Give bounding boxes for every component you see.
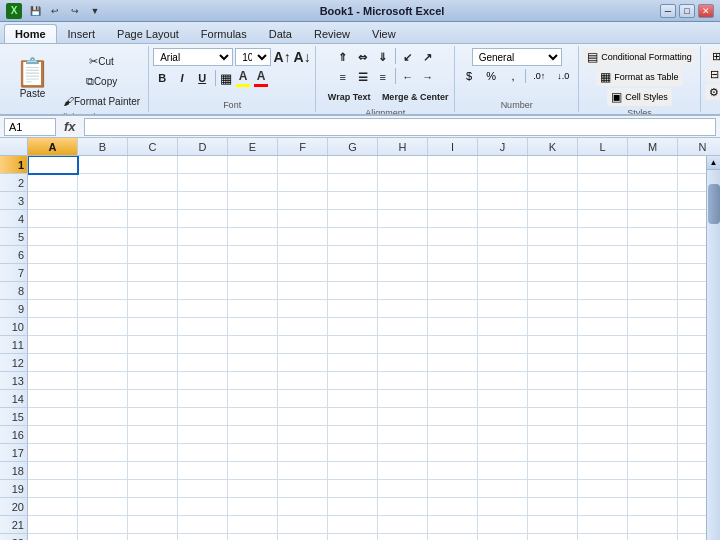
conditional-formatting-btn[interactable]: ▤ Conditional Formatting bbox=[583, 48, 696, 66]
font-grow-btn[interactable]: A↑ bbox=[273, 48, 291, 66]
wrap-text-btn[interactable]: Wrap Text bbox=[320, 88, 378, 106]
row-num-4[interactable]: 4 bbox=[0, 210, 28, 228]
bold-btn[interactable]: B bbox=[153, 69, 171, 87]
cell-reference-input[interactable] bbox=[4, 118, 56, 136]
format-painter-btn[interactable]: 🖌 Format Painter bbox=[59, 92, 144, 110]
tab-review[interactable]: Review bbox=[303, 24, 361, 43]
row-num-9[interactable]: 9 bbox=[0, 300, 28, 318]
merge-center-btn[interactable]: Merge & Center bbox=[380, 88, 450, 106]
copy-btn[interactable]: ⧉ Copy bbox=[59, 72, 144, 90]
format-as-table-btn[interactable]: ▦ Format as Table bbox=[596, 68, 682, 86]
row-num-19[interactable]: 19 bbox=[0, 480, 28, 498]
cell-F1[interactable] bbox=[278, 156, 328, 174]
row-num-22[interactable]: 22 bbox=[0, 534, 28, 540]
cell-B1[interactable] bbox=[78, 156, 128, 174]
align-center-btn[interactable]: ☰ bbox=[354, 68, 372, 86]
row-num-10[interactable]: 10 bbox=[0, 318, 28, 336]
col-header-L[interactable]: L bbox=[578, 138, 628, 155]
vertical-scrollbar[interactable]: ▲ ▼ bbox=[706, 156, 720, 540]
tab-formulas[interactable]: Formulas bbox=[190, 24, 258, 43]
italic-btn[interactable]: I bbox=[173, 69, 191, 87]
font-size-select[interactable]: 10 bbox=[235, 48, 271, 66]
cell-J1[interactable] bbox=[478, 156, 528, 174]
row-num-11[interactable]: 11 bbox=[0, 336, 28, 354]
increase-decimal-btn[interactable]: .0↑ bbox=[528, 68, 550, 84]
row-num-2[interactable]: 2 bbox=[0, 174, 28, 192]
save-quick-btn[interactable]: 💾 bbox=[26, 3, 44, 19]
align-top-btn[interactable]: ⇑ bbox=[334, 48, 352, 66]
cell-N1[interactable] bbox=[678, 156, 706, 174]
delete-cells-btn[interactable]: ⊟ Delete ▼ bbox=[706, 66, 720, 82]
font-shrink-btn[interactable]: A↓ bbox=[293, 48, 311, 66]
row-num-20[interactable]: 20 bbox=[0, 498, 28, 516]
col-header-I[interactable]: I bbox=[428, 138, 478, 155]
cell-D1[interactable] bbox=[178, 156, 228, 174]
cut-btn[interactable]: ✂ Cut bbox=[59, 52, 144, 70]
row-num-3[interactable]: 3 bbox=[0, 192, 28, 210]
col-header-B[interactable]: B bbox=[78, 138, 128, 155]
qa-dropdown-btn[interactable]: ▼ bbox=[86, 3, 104, 19]
row-num-18[interactable]: 18 bbox=[0, 462, 28, 480]
align-bottom-btn[interactable]: ⇓ bbox=[374, 48, 392, 66]
cell-H1[interactable] bbox=[378, 156, 428, 174]
decrease-decimal-btn[interactable]: ↓.0 bbox=[552, 68, 574, 84]
cell-A1[interactable] bbox=[28, 156, 78, 174]
cell-E1[interactable] bbox=[228, 156, 278, 174]
row-num-7[interactable]: 7 bbox=[0, 264, 28, 282]
underline-btn[interactable]: U bbox=[193, 69, 211, 87]
redo-quick-btn[interactable]: ↪ bbox=[66, 3, 84, 19]
fill-color-btn[interactable]: A bbox=[236, 69, 250, 87]
text-angle-btn[interactable]: ↗ bbox=[419, 48, 437, 66]
col-header-A[interactable]: A bbox=[28, 138, 78, 155]
thousands-btn[interactable]: , bbox=[503, 68, 523, 84]
cell-C1[interactable] bbox=[128, 156, 178, 174]
row-num-13[interactable]: 13 bbox=[0, 372, 28, 390]
maximize-btn[interactable]: □ bbox=[679, 4, 695, 18]
col-header-C[interactable]: C bbox=[128, 138, 178, 155]
dollar-btn[interactable]: $ bbox=[459, 68, 479, 84]
cell-styles-btn[interactable]: ▣ Cell Styles bbox=[607, 88, 672, 106]
scroll-up-btn[interactable]: ▲ bbox=[707, 156, 721, 170]
text-direction-btn[interactable]: ↙ bbox=[399, 48, 417, 66]
row-num-21[interactable]: 21 bbox=[0, 516, 28, 534]
close-btn[interactable]: ✕ bbox=[698, 4, 714, 18]
tab-data[interactable]: Data bbox=[258, 24, 303, 43]
select-all-btn[interactable] bbox=[0, 138, 28, 156]
row-num-1[interactable]: 1 bbox=[0, 156, 28, 174]
col-header-D[interactable]: D bbox=[178, 138, 228, 155]
cell-I1[interactable] bbox=[428, 156, 478, 174]
col-header-M[interactable]: M bbox=[628, 138, 678, 155]
indent-inc-btn[interactable]: → bbox=[419, 68, 437, 86]
font-color-btn[interactable]: A bbox=[254, 69, 268, 87]
tab-page-layout[interactable]: Page Layout bbox=[106, 24, 190, 43]
percent-btn[interactable]: % bbox=[481, 68, 501, 84]
minimize-btn[interactable]: ─ bbox=[660, 4, 676, 18]
indent-dec-btn[interactable]: ← bbox=[399, 68, 417, 86]
align-left-btn[interactable]: ≡ bbox=[334, 68, 352, 86]
row-num-16[interactable]: 16 bbox=[0, 426, 28, 444]
row-num-17[interactable]: 17 bbox=[0, 444, 28, 462]
col-header-H[interactable]: H bbox=[378, 138, 428, 155]
col-header-N[interactable]: N bbox=[678, 138, 720, 155]
formula-input[interactable] bbox=[84, 118, 716, 136]
cell-G1[interactable] bbox=[328, 156, 378, 174]
v-scroll-thumb[interactable] bbox=[708, 184, 720, 224]
cell-L1[interactable] bbox=[578, 156, 628, 174]
cell-K1[interactable] bbox=[528, 156, 578, 174]
format-cells-btn[interactable]: ⚙ Format ▼ bbox=[705, 84, 720, 100]
cell-A2[interactable] bbox=[28, 174, 78, 192]
align-right-btn[interactable]: ≡ bbox=[374, 68, 392, 86]
row-num-12[interactable]: 12 bbox=[0, 354, 28, 372]
row-num-15[interactable]: 15 bbox=[0, 408, 28, 426]
col-header-K[interactable]: K bbox=[528, 138, 578, 155]
tab-view[interactable]: View bbox=[361, 24, 407, 43]
number-format-select[interactable]: General bbox=[472, 48, 562, 66]
col-header-E[interactable]: E bbox=[228, 138, 278, 155]
undo-quick-btn[interactable]: ↩ bbox=[46, 3, 64, 19]
tab-home[interactable]: Home bbox=[4, 24, 57, 43]
row-num-6[interactable]: 6 bbox=[0, 246, 28, 264]
paste-btn[interactable]: 📋 Paste bbox=[8, 53, 57, 105]
col-header-G[interactable]: G bbox=[328, 138, 378, 155]
row-num-14[interactable]: 14 bbox=[0, 390, 28, 408]
border-btn[interactable]: ▦ bbox=[220, 71, 232, 86]
